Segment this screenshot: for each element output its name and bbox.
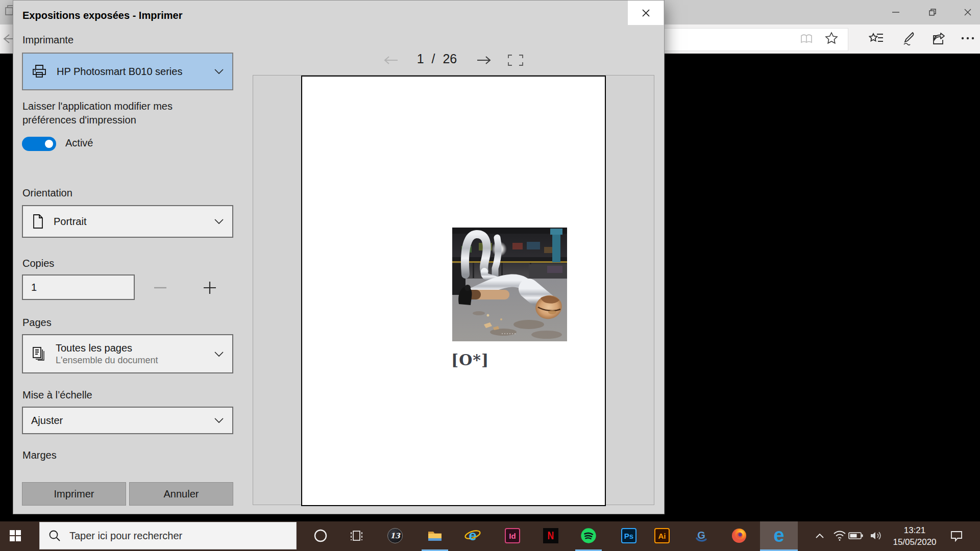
next-page-button[interactable] [472, 51, 496, 70]
search-icon [48, 529, 61, 542]
spotify-icon [580, 528, 597, 544]
arrow-left-icon [383, 56, 399, 65]
wifi-icon [833, 530, 846, 541]
window-close-button[interactable] [956, 0, 979, 24]
print-dialog: Expositions exposées - Imprimer Impriman… [13, 0, 665, 514]
pages-label: Pages [22, 317, 52, 329]
chevron-down-icon [214, 417, 224, 423]
taskbar-app-internet-explorer[interactable]: e [460, 523, 485, 548]
edge-letter: e [773, 526, 784, 545]
netflix-badge-label: N [548, 529, 554, 542]
margins-label: Marges [22, 449, 57, 461]
search-input[interactable] [68, 530, 264, 542]
ie-letter: e [469, 528, 477, 543]
copies-decrement-button[interactable] [150, 279, 171, 296]
g-letter: G [697, 530, 705, 541]
orientation-select[interactable]: Portrait [22, 205, 233, 238]
pages-select-subvalue: L'ensemble du document [56, 355, 158, 366]
taskbar-app-firefox[interactable] [727, 523, 751, 548]
photoshop-badge-label: Ps [624, 532, 633, 540]
scaling-select[interactable]: Ajuster [22, 407, 233, 434]
copies-increment-button[interactable] [198, 276, 222, 299]
pages-select[interactable]: Toutes les pages L'ensemble du document [22, 334, 233, 373]
taskbar-search[interactable] [39, 522, 297, 549]
taskbar-app-indesign[interactable]: Id [500, 523, 525, 548]
taskbar-clock[interactable]: 13:21 15/05/2020 [887, 524, 942, 548]
plus-icon [203, 281, 216, 294]
cortana-button[interactable] [308, 523, 333, 548]
copies-label: Copies [22, 258, 54, 269]
chevron-down-icon [214, 218, 224, 224]
taskbar-app-illustrator[interactable]: Ai [650, 523, 674, 548]
taskbar-app-edge-active-tile[interactable]: e [760, 521, 798, 551]
screen: Expositions exposées - Imprimer Impriman… [0, 0, 980, 551]
speaker-icon [869, 530, 883, 541]
printer-select[interactable]: HP Photosmart B010 series [22, 53, 233, 90]
edge-icon: e [769, 526, 789, 545]
printer-label: Imprimante [22, 34, 74, 46]
toggle-state-label: Activé [65, 137, 93, 149]
cancel-button[interactable]: Annuler [129, 482, 233, 506]
fullscreen-icon [507, 54, 524, 66]
page-separator: / [428, 52, 439, 66]
taskbar-app-file-explorer[interactable] [423, 523, 447, 548]
favorites-list-icon[interactable] [869, 31, 885, 47]
previous-page-button[interactable] [379, 51, 403, 70]
app-preferences-toggle[interactable] [22, 137, 56, 151]
clock-date: 15/05/2020 [887, 536, 942, 548]
favorite-star-icon[interactable] [824, 31, 839, 46]
clock-time: 13:21 [887, 524, 942, 536]
chevron-up-icon [815, 533, 824, 539]
tray-battery[interactable] [847, 527, 865, 545]
printer-select-value: HP Photosmart B010 series [57, 66, 182, 78]
annotate-pen-icon[interactable] [900, 31, 916, 47]
action-center-icon [950, 530, 963, 542]
tray-chevron-up[interactable] [811, 527, 829, 545]
action-center-button[interactable] [947, 527, 966, 545]
scaling-select-value: Ajuster [31, 415, 63, 427]
fit-to-page-button[interactable] [504, 52, 527, 69]
page-indicator: 1 / 26 [407, 52, 467, 66]
more-menu-icon[interactable] [961, 36, 975, 41]
toggle-knob [45, 140, 53, 148]
taskbar-app-g[interactable]: G [689, 523, 714, 548]
all-pages-icon [31, 346, 46, 362]
file-explorer-icon [427, 528, 443, 543]
window-minimize-button[interactable] [884, 0, 908, 24]
taskbar-app-spotify[interactable] [576, 523, 601, 548]
windows-logo-icon [10, 530, 21, 541]
orientation-select-value: Portrait [54, 216, 86, 228]
tray-wifi[interactable] [830, 527, 849, 545]
taskbar-app-netflix[interactable]: N [538, 523, 563, 548]
preview-photo [452, 228, 567, 341]
taskbar-app-orb[interactable]: 13 [383, 523, 407, 548]
copies-input[interactable] [22, 274, 135, 300]
chevron-down-icon [214, 351, 224, 357]
close-icon [642, 9, 650, 17]
print-button[interactable]: Imprimer [22, 482, 126, 506]
internet-explorer-icon: e [464, 528, 481, 544]
dialog-title: Expositions exposées - Imprimer [22, 10, 182, 21]
chevron-down-icon [214, 68, 224, 74]
firefox-icon [731, 528, 747, 544]
illustrator-badge-label: Ai [658, 532, 666, 540]
reading-view-icon[interactable] [799, 32, 814, 46]
orientation-label: Orientation [22, 187, 72, 199]
start-button[interactable] [3, 523, 28, 548]
photo-caption: [O*] [451, 351, 489, 369]
printer-icon [31, 64, 47, 79]
task-view-button[interactable] [344, 523, 368, 548]
orb-badge-label: 13 [390, 532, 400, 540]
share-icon[interactable] [930, 31, 947, 47]
battery-icon [848, 532, 864, 540]
cortana-icon [313, 529, 328, 543]
taskbar-app-photoshop[interactable]: Ps [617, 523, 641, 548]
pages-select-value: Toutes les pages [56, 342, 158, 354]
window-restore-button[interactable] [921, 0, 944, 24]
g-app-icon: G [693, 527, 710, 544]
page-total: 26 [443, 52, 457, 66]
task-view-icon [348, 528, 363, 543]
dialog-close-button[interactable] [628, 1, 664, 25]
indesign-badge-label: Id [509, 532, 516, 540]
tray-volume[interactable] [867, 527, 885, 545]
